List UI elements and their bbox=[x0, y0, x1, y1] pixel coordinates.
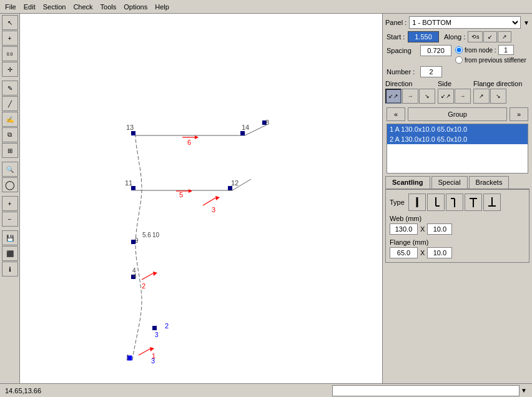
svg-text:10: 10 bbox=[152, 232, 160, 238]
from-prev-radio[interactable] bbox=[455, 56, 463, 64]
node-11 bbox=[131, 186, 135, 190]
zoom-plus-tool[interactable]: + bbox=[2, 196, 18, 211]
from-prev-row: from previous stiffener bbox=[455, 56, 526, 64]
T-bar-icon bbox=[468, 196, 478, 208]
svg-text:1: 1 bbox=[152, 352, 155, 360]
menu-help[interactable]: Help bbox=[151, 2, 173, 12]
status-input[interactable] bbox=[332, 385, 520, 396]
dir-btn-1[interactable]: ↙↗ bbox=[385, 89, 401, 104]
search-tool[interactable]: 🔍 bbox=[2, 162, 18, 177]
side-btn-1[interactable]: ↙↗ bbox=[438, 89, 454, 104]
status-dropdown[interactable]: ▼ bbox=[521, 387, 527, 394]
flange-btn-2[interactable]: ↘ bbox=[490, 89, 506, 104]
node-13 bbox=[131, 131, 135, 135]
spacing-input[interactable] bbox=[420, 45, 451, 56]
from-node-row: from node : bbox=[455, 45, 526, 55]
type-btn-flat[interactable] bbox=[408, 194, 426, 211]
prev-group-btn[interactable]: « bbox=[387, 107, 405, 121]
stiffener-list: 1 A 130.0x10.0 65.0x10.0 2 A 130.0x10.0 … bbox=[387, 124, 528, 174]
pointer-tool[interactable]: ↖ bbox=[2, 15, 18, 30]
panel-label: Panel : bbox=[385, 19, 406, 26]
panel-selector[interactable]: 1 - BOTTOM 2 - TOP 3 - SIDE bbox=[409, 16, 521, 29]
svg-text:4: 4 bbox=[132, 267, 136, 274]
draw-tool[interactable]: ✎ bbox=[2, 81, 18, 96]
type-btn-L[interactable] bbox=[427, 194, 445, 211]
svg-text:6: 6 bbox=[187, 139, 191, 146]
menu-tools[interactable]: Tools bbox=[97, 2, 121, 12]
menu-section[interactable]: Section bbox=[39, 2, 70, 12]
web-thickness-input[interactable] bbox=[427, 223, 452, 235]
side-btn-2[interactable]: → bbox=[455, 89, 471, 104]
flange-dim-section: Flange (mm) X bbox=[390, 238, 525, 258]
from-node-radio[interactable] bbox=[455, 46, 463, 54]
copy-tool[interactable]: ⧉ bbox=[2, 127, 18, 142]
dir-btn-3[interactable]: ↘ bbox=[419, 89, 435, 104]
type-btn-T[interactable] bbox=[465, 194, 482, 211]
flange-label: Flange direction bbox=[473, 80, 522, 87]
start-label: Start : bbox=[387, 33, 405, 41]
svg-text:5.6: 5.6 bbox=[142, 232, 151, 238]
coords-tool[interactable]: 0.0 bbox=[2, 46, 18, 61]
start-along-row: Start : Along : ⟲s ↙ ↗ bbox=[383, 30, 532, 44]
render-tool[interactable]: ⬛ bbox=[2, 246, 18, 261]
menu-file[interactable]: File bbox=[1, 2, 20, 12]
flange-thickness-input[interactable] bbox=[427, 247, 452, 258]
group-btn[interactable]: Group bbox=[408, 107, 507, 121]
zoom-in-tool[interactable]: + bbox=[2, 31, 18, 46]
inv-T-icon bbox=[487, 196, 497, 208]
status-coords: 14.65,13.66 bbox=[5, 387, 41, 395]
flange-x-sep: X bbox=[420, 249, 425, 257]
from-node-label: from node : bbox=[465, 47, 496, 54]
from-prev-label: from previous stiffener bbox=[465, 57, 526, 64]
spacing-row: Spacing from node : from previous stiffe… bbox=[383, 44, 532, 65]
svg-text:9: 9 bbox=[135, 237, 139, 244]
info-tool[interactable]: ℹ bbox=[2, 262, 18, 277]
web-dim-row: X bbox=[390, 223, 525, 235]
type-btn-T-left[interactable] bbox=[446, 194, 463, 211]
flange-width-input[interactable] bbox=[390, 247, 418, 258]
start-input[interactable] bbox=[408, 31, 439, 42]
along-btn-down[interactable]: ↙ bbox=[483, 31, 497, 42]
menu-options[interactable]: Options bbox=[120, 2, 151, 12]
panel-dropdown-arrow[interactable]: ▼ bbox=[523, 19, 530, 26]
node-number-input[interactable] bbox=[498, 45, 514, 55]
left-toolbar: ↖ + 0.0 ✛ ✎ ╱ ✍ ⧉ ⊞ 🔍 ◯ + − 💾 ⬛ ℹ bbox=[0, 14, 20, 383]
web-section: Web (mm) X bbox=[390, 215, 525, 235]
next-group-btn[interactable]: » bbox=[510, 107, 528, 121]
grid-tool[interactable]: ⊞ bbox=[2, 143, 18, 158]
line-tool[interactable]: ╱ bbox=[2, 96, 18, 111]
along-btn-up[interactable]: ↗ bbox=[498, 31, 511, 42]
block-tool[interactable]: ◯ bbox=[2, 177, 18, 192]
scantling-content: Type bbox=[385, 189, 530, 263]
T-left-icon bbox=[450, 196, 460, 208]
list-item-1[interactable]: 1 A 130.0x10.0 65.0x10.0 bbox=[387, 124, 528, 134]
web-label: Web (mm) bbox=[390, 215, 525, 222]
dir-btn-2[interactable]: → bbox=[402, 89, 418, 104]
right-panel: Panel : 1 - BOTTOM 2 - TOP 3 - SIDE ▼ St… bbox=[382, 14, 532, 383]
save-tool[interactable]: 💾 bbox=[2, 230, 18, 245]
type-btn-inv-T[interactable] bbox=[483, 194, 501, 211]
list-item-2[interactable]: 2 A 130.0x10.0 65.0x10.0 bbox=[387, 134, 528, 144]
flange-dim-label: Flange (mm) bbox=[390, 238, 525, 246]
web-x-sep: X bbox=[420, 225, 425, 233]
menu-edit[interactable]: Edit bbox=[20, 2, 39, 12]
menu-check[interactable]: Check bbox=[69, 2, 96, 12]
web-height-input[interactable] bbox=[390, 223, 418, 235]
zoom-minus-tool[interactable]: − bbox=[2, 212, 18, 227]
number-input[interactable] bbox=[420, 66, 442, 77]
move-tool[interactable]: ✛ bbox=[2, 62, 18, 77]
dir-side-flange-row: Direction ↙↗ → ↘ Side ↙↗ → bbox=[383, 79, 532, 105]
edit-point-tool[interactable]: ✍ bbox=[2, 112, 18, 127]
canvas-area[interactable]: 13 14 8 11 12 6 5 3 2 3 2 1 9 5.6 10 4 bbox=[20, 14, 382, 383]
along-btn-rotate[interactable]: ⟲s bbox=[468, 31, 483, 42]
svg-text:5: 5 bbox=[179, 191, 183, 198]
tab-brackets[interactable]: Brackets bbox=[469, 176, 510, 189]
tab-scantling[interactable]: Scantling bbox=[385, 176, 430, 189]
L-bar-icon bbox=[431, 196, 441, 208]
side-section: Side ↙↗ → bbox=[438, 80, 471, 104]
svg-text:2: 2 bbox=[142, 282, 145, 290]
flange-dim-row: X bbox=[390, 247, 525, 258]
tab-special[interactable]: Special bbox=[431, 176, 468, 189]
tabs-row: Scantling Special Brackets bbox=[385, 176, 530, 189]
flange-btn-1[interactable]: ↗ bbox=[473, 89, 490, 104]
